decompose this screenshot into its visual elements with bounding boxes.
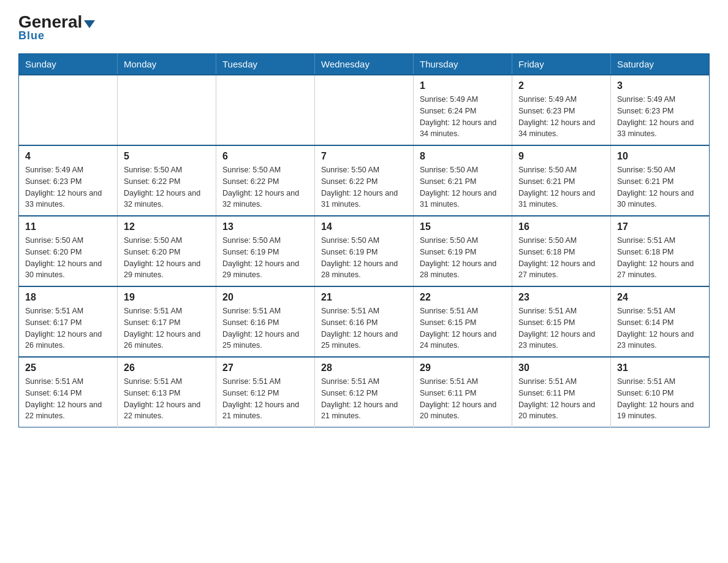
calendar-cell: 26Sunrise: 5:51 AMSunset: 6:13 PMDayligh… bbox=[118, 357, 216, 427]
day-info: Sunrise: 5:51 AMSunset: 6:12 PMDaylight:… bbox=[222, 376, 308, 422]
day-number: 17 bbox=[617, 221, 703, 232]
page-header: General Blue bbox=[18, 12, 710, 42]
day-info: Sunrise: 5:51 AMSunset: 6:18 PMDaylight:… bbox=[617, 235, 703, 281]
day-number: 28 bbox=[321, 362, 407, 373]
calendar-cell bbox=[216, 75, 315, 145]
calendar-cell bbox=[315, 75, 414, 145]
day-info: Sunrise: 5:49 AMSunset: 6:24 PMDaylight:… bbox=[420, 94, 506, 140]
calendar-cell: 2Sunrise: 5:49 AMSunset: 6:23 PMDaylight… bbox=[512, 75, 611, 145]
calendar-cell: 7Sunrise: 5:50 AMSunset: 6:22 PMDaylight… bbox=[315, 145, 414, 216]
day-number: 21 bbox=[321, 292, 407, 303]
day-number: 5 bbox=[124, 151, 210, 162]
day-number: 19 bbox=[124, 292, 210, 303]
calendar-week-1: 1Sunrise: 5:49 AMSunset: 6:24 PMDaylight… bbox=[19, 75, 710, 145]
day-number: 13 bbox=[222, 221, 308, 232]
logo-blue-text: Blue bbox=[18, 29, 45, 42]
day-info: Sunrise: 5:51 AMSunset: 6:14 PMDaylight:… bbox=[617, 305, 703, 351]
calendar-header: SundayMondayTuesdayWednesdayThursdayFrid… bbox=[19, 54, 710, 75]
day-number: 1 bbox=[420, 80, 506, 91]
calendar-cell: 24Sunrise: 5:51 AMSunset: 6:14 PMDayligh… bbox=[611, 286, 710, 357]
calendar-week-3: 11Sunrise: 5:50 AMSunset: 6:20 PMDayligh… bbox=[19, 216, 710, 286]
day-info: Sunrise: 5:51 AMSunset: 6:17 PMDaylight:… bbox=[124, 305, 210, 351]
calendar-cell: 15Sunrise: 5:50 AMSunset: 6:19 PMDayligh… bbox=[414, 216, 512, 286]
calendar-cell: 4Sunrise: 5:49 AMSunset: 6:23 PMDaylight… bbox=[19, 145, 118, 216]
weekday-monday: Monday bbox=[118, 54, 216, 75]
calendar-week-5: 25Sunrise: 5:51 AMSunset: 6:14 PMDayligh… bbox=[19, 357, 710, 427]
day-number: 30 bbox=[518, 362, 604, 373]
calendar-cell: 16Sunrise: 5:50 AMSunset: 6:18 PMDayligh… bbox=[512, 216, 611, 286]
calendar-cell: 1Sunrise: 5:49 AMSunset: 6:24 PMDaylight… bbox=[414, 75, 512, 145]
calendar-cell: 10Sunrise: 5:50 AMSunset: 6:21 PMDayligh… bbox=[611, 145, 710, 216]
day-info: Sunrise: 5:50 AMSunset: 6:22 PMDaylight:… bbox=[124, 164, 210, 210]
weekday-header-row: SundayMondayTuesdayWednesdayThursdayFrid… bbox=[19, 54, 710, 75]
day-info: Sunrise: 5:50 AMSunset: 6:18 PMDaylight:… bbox=[518, 235, 604, 281]
day-info: Sunrise: 5:49 AMSunset: 6:23 PMDaylight:… bbox=[518, 94, 604, 140]
day-info: Sunrise: 5:51 AMSunset: 6:12 PMDaylight:… bbox=[321, 376, 407, 422]
day-number: 16 bbox=[518, 221, 604, 232]
calendar-cell: 8Sunrise: 5:50 AMSunset: 6:21 PMDaylight… bbox=[414, 145, 512, 216]
day-number: 7 bbox=[321, 151, 407, 162]
day-info: Sunrise: 5:51 AMSunset: 6:11 PMDaylight:… bbox=[420, 376, 506, 422]
day-number: 12 bbox=[124, 221, 210, 232]
day-number: 4 bbox=[25, 151, 111, 162]
weekday-saturday: Saturday bbox=[611, 54, 710, 75]
weekday-thursday: Thursday bbox=[414, 54, 512, 75]
day-info: Sunrise: 5:51 AMSunset: 6:16 PMDaylight:… bbox=[222, 305, 308, 351]
day-info: Sunrise: 5:51 AMSunset: 6:17 PMDaylight:… bbox=[25, 305, 111, 351]
day-number: 26 bbox=[124, 362, 210, 373]
day-info: Sunrise: 5:50 AMSunset: 6:20 PMDaylight:… bbox=[25, 235, 111, 281]
day-number: 6 bbox=[222, 151, 308, 162]
calendar-cell: 29Sunrise: 5:51 AMSunset: 6:11 PMDayligh… bbox=[414, 357, 512, 427]
logo-row2: Blue bbox=[18, 29, 45, 42]
calendar-cell: 22Sunrise: 5:51 AMSunset: 6:15 PMDayligh… bbox=[414, 286, 512, 357]
day-number: 8 bbox=[420, 151, 506, 162]
day-info: Sunrise: 5:51 AMSunset: 6:16 PMDaylight:… bbox=[321, 305, 407, 351]
day-number: 29 bbox=[420, 362, 506, 373]
weekday-wednesday: Wednesday bbox=[315, 54, 414, 75]
day-number: 10 bbox=[617, 151, 703, 162]
calendar-cell: 3Sunrise: 5:49 AMSunset: 6:23 PMDaylight… bbox=[611, 75, 710, 145]
day-number: 22 bbox=[420, 292, 506, 303]
calendar-cell: 23Sunrise: 5:51 AMSunset: 6:15 PMDayligh… bbox=[512, 286, 611, 357]
day-number: 31 bbox=[617, 362, 703, 373]
calendar-cell: 25Sunrise: 5:51 AMSunset: 6:14 PMDayligh… bbox=[19, 357, 118, 427]
day-info: Sunrise: 5:49 AMSunset: 6:23 PMDaylight:… bbox=[617, 94, 703, 140]
day-number: 27 bbox=[222, 362, 308, 373]
calendar-cell: 6Sunrise: 5:50 AMSunset: 6:22 PMDaylight… bbox=[216, 145, 315, 216]
calendar-cell: 30Sunrise: 5:51 AMSunset: 6:11 PMDayligh… bbox=[512, 357, 611, 427]
day-number: 24 bbox=[617, 292, 703, 303]
day-info: Sunrise: 5:50 AMSunset: 6:22 PMDaylight:… bbox=[321, 164, 407, 210]
calendar-cell bbox=[118, 75, 216, 145]
calendar-cell: 31Sunrise: 5:51 AMSunset: 6:10 PMDayligh… bbox=[611, 357, 710, 427]
logo: General Blue bbox=[18, 12, 95, 42]
calendar-cell: 27Sunrise: 5:51 AMSunset: 6:12 PMDayligh… bbox=[216, 357, 315, 427]
day-info: Sunrise: 5:49 AMSunset: 6:23 PMDaylight:… bbox=[25, 164, 111, 210]
day-number: 23 bbox=[518, 292, 604, 303]
calendar-cell: 18Sunrise: 5:51 AMSunset: 6:17 PMDayligh… bbox=[19, 286, 118, 357]
day-number: 14 bbox=[321, 221, 407, 232]
calendar-cell: 19Sunrise: 5:51 AMSunset: 6:17 PMDayligh… bbox=[118, 286, 216, 357]
calendar-cell: 14Sunrise: 5:50 AMSunset: 6:19 PMDayligh… bbox=[315, 216, 414, 286]
day-number: 15 bbox=[420, 221, 506, 232]
day-info: Sunrise: 5:50 AMSunset: 6:21 PMDaylight:… bbox=[617, 164, 703, 210]
day-info: Sunrise: 5:51 AMSunset: 6:10 PMDaylight:… bbox=[617, 376, 703, 422]
day-number: 20 bbox=[222, 292, 308, 303]
day-number: 25 bbox=[25, 362, 111, 373]
calendar-cell: 5Sunrise: 5:50 AMSunset: 6:22 PMDaylight… bbox=[118, 145, 216, 216]
calendar-cell: 13Sunrise: 5:50 AMSunset: 6:19 PMDayligh… bbox=[216, 216, 315, 286]
calendar-cell: 28Sunrise: 5:51 AMSunset: 6:12 PMDayligh… bbox=[315, 357, 414, 427]
day-info: Sunrise: 5:51 AMSunset: 6:14 PMDaylight:… bbox=[25, 376, 111, 422]
calendar-cell: 9Sunrise: 5:50 AMSunset: 6:21 PMDaylight… bbox=[512, 145, 611, 216]
day-info: Sunrise: 5:50 AMSunset: 6:19 PMDaylight:… bbox=[321, 235, 407, 281]
day-info: Sunrise: 5:51 AMSunset: 6:11 PMDaylight:… bbox=[518, 376, 604, 422]
weekday-sunday: Sunday bbox=[19, 54, 118, 75]
day-info: Sunrise: 5:50 AMSunset: 6:20 PMDaylight:… bbox=[124, 235, 210, 281]
day-number: 11 bbox=[25, 221, 111, 232]
calendar-week-2: 4Sunrise: 5:49 AMSunset: 6:23 PMDaylight… bbox=[19, 145, 710, 216]
weekday-friday: Friday bbox=[512, 54, 611, 75]
calendar-cell: 11Sunrise: 5:50 AMSunset: 6:20 PMDayligh… bbox=[19, 216, 118, 286]
day-info: Sunrise: 5:51 AMSunset: 6:13 PMDaylight:… bbox=[124, 376, 210, 422]
day-info: Sunrise: 5:51 AMSunset: 6:15 PMDaylight:… bbox=[420, 305, 506, 351]
day-number: 9 bbox=[518, 151, 604, 162]
day-number: 3 bbox=[617, 80, 703, 91]
